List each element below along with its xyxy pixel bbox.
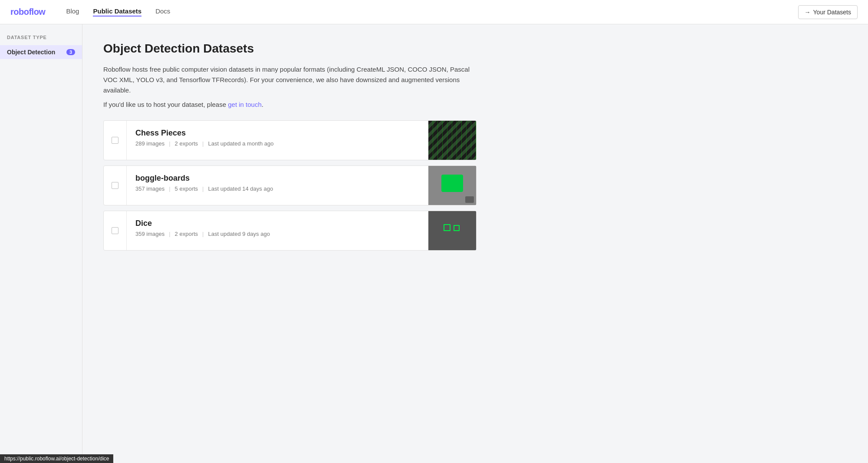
card-title-boggle: boggle-boards: [135, 174, 420, 183]
card-title-dice: Dice: [135, 219, 420, 228]
sidebar-item-badge: 3: [66, 49, 75, 55]
updated-chess: Last updated a month ago: [208, 140, 273, 147]
host-line-prefix: If you'd like us to host your dataset, p…: [103, 101, 228, 108]
checkbox-area-boggle: [104, 166, 127, 205]
dataset-card-boggle[interactable]: boggle-boards 357 images | 5 exports | L…: [103, 165, 477, 205]
nav-blog[interactable]: Blog: [66, 7, 79, 17]
logo[interactable]: roboflow: [10, 7, 45, 17]
dataset-card-chess-pieces[interactable]: Chess Pieces 289 images | 2 exports | La…: [103, 120, 477, 160]
card-title-chess: Chess Pieces: [135, 129, 420, 138]
status-bar: https://public.roboflow.ai/object-detect…: [0, 454, 113, 463]
card-image-boggle: [428, 166, 476, 205]
sep2-chess: |: [202, 140, 204, 147]
images-count-dice: 359 images: [135, 231, 164, 237]
exports-count-boggle: 5 exports: [175, 185, 198, 192]
header: roboflow Blog Public Datasets Docs → You…: [0, 0, 868, 24]
sidebar-item-object-detection[interactable]: Object Detection 3: [0, 45, 82, 59]
nav-public-datasets[interactable]: Public Datasets: [93, 7, 141, 17]
thumbnail-dice: [428, 211, 476, 250]
page-title: Object Detection Datasets: [103, 42, 847, 56]
card-image-chess: [428, 121, 476, 160]
description-text: Roboflow hosts free public computer visi…: [103, 64, 477, 96]
checkbox-area-dice: [104, 211, 127, 250]
checkbox-boggle[interactable]: [112, 182, 118, 189]
sep1-chess: |: [169, 140, 170, 147]
images-count-boggle: 357 images: [135, 185, 164, 192]
sep2-boggle: |: [202, 185, 204, 192]
status-url: https://public.roboflow.ai/object-detect…: [4, 456, 109, 462]
nav-docs[interactable]: Docs: [155, 7, 170, 17]
card-body-dice: Dice 359 images | 2 exports | Last updat…: [127, 211, 428, 250]
card-meta-boggle: 357 images | 5 exports | Last updated 14…: [135, 185, 420, 192]
updated-boggle: Last updated 14 days ago: [208, 185, 273, 192]
sep2-dice: |: [202, 231, 204, 237]
header-right: → Your Datasets: [798, 5, 858, 19]
exports-count-chess: 2 exports: [175, 140, 198, 147]
card-image-dice: [428, 211, 476, 250]
images-count-chess: 289 images: [135, 140, 164, 147]
host-line: If you'd like us to host your dataset, p…: [103, 101, 847, 108]
your-datasets-button[interactable]: → Your Datasets: [798, 5, 858, 19]
checkbox-dice[interactable]: [112, 227, 118, 234]
sidebar: DATASET TYPE Object Detection 3: [0, 24, 82, 463]
sep1-dice: |: [169, 231, 170, 237]
card-body-chess: Chess Pieces 289 images | 2 exports | La…: [127, 121, 428, 160]
main-content: Object Detection Datasets Roboflow hosts…: [82, 24, 868, 463]
main-nav: Blog Public Datasets Docs: [66, 7, 798, 17]
checkbox-chess[interactable]: [112, 137, 118, 144]
dataset-card-dice[interactable]: Dice 359 images | 2 exports | Last updat…: [103, 211, 477, 251]
thumbnail-chess: [428, 121, 476, 160]
sidebar-item-label: Object Detection: [7, 49, 66, 56]
host-line-suffix: .: [262, 101, 263, 108]
card-body-boggle: boggle-boards 357 images | 5 exports | L…: [127, 166, 428, 205]
sidebar-section-title: DATASET TYPE: [0, 35, 82, 45]
login-icon: →: [805, 9, 811, 16]
thumbnail-boggle: [428, 166, 476, 205]
page-layout: DATASET TYPE Object Detection 3 Object D…: [0, 24, 868, 463]
checkbox-area-chess: [104, 121, 127, 160]
card-meta-dice: 359 images | 2 exports | Last updated 9 …: [135, 231, 420, 237]
sep1-boggle: |: [169, 185, 170, 192]
updated-dice: Last updated 9 days ago: [208, 231, 270, 237]
get-in-touch-link[interactable]: get in touch: [228, 101, 262, 108]
exports-count-dice: 2 exports: [175, 231, 198, 237]
card-meta-chess: 289 images | 2 exports | Last updated a …: [135, 140, 420, 147]
